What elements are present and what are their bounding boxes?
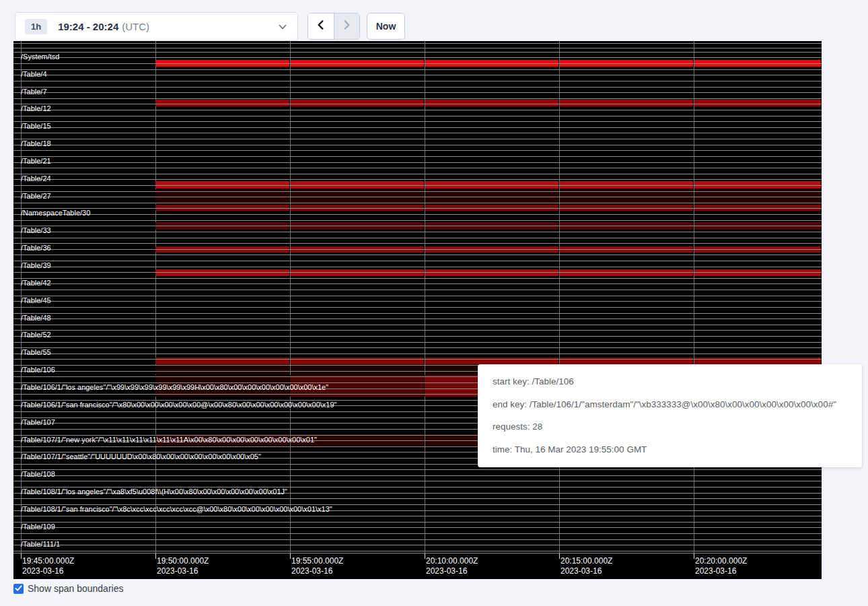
heat-band (560, 100, 693, 106)
axis-tick (21, 553, 22, 559)
span-boundary-line (13, 545, 822, 545)
prev-time-button[interactable] (308, 13, 334, 39)
span-boundary-line (13, 168, 822, 168)
span-boundary-line (13, 203, 822, 203)
span-boundary-line (13, 48, 822, 48)
span-boundary-line (13, 81, 822, 81)
span-boundary-line (13, 522, 822, 523)
span-boundary-line (13, 342, 822, 343)
span-boundary-line (13, 318, 822, 319)
span-boundary-line (13, 330, 822, 331)
heat-band (425, 100, 558, 106)
axis-label: 20:10:00.000Z2023-03-16 (426, 556, 478, 576)
span-boundary-line (13, 243, 822, 244)
row-label: /Table/106 (21, 366, 55, 374)
axis-label: 20:20:00.000Z2023-03-16 (695, 556, 747, 576)
span-boundary-line (13, 127, 822, 128)
span-boundary-line (13, 214, 822, 215)
column-gridline (290, 41, 291, 553)
axis-date: 2023-03-16 (560, 566, 612, 576)
span-boundary-line (13, 133, 822, 133)
heat-band (694, 100, 821, 106)
span-boundary-line (13, 539, 822, 540)
span-boundary-line (13, 104, 822, 104)
time-nav-button-group (308, 13, 360, 40)
next-time-button[interactable] (334, 13, 360, 39)
row-label: /Table/55 (21, 348, 51, 356)
time-range-duration-badge: 1h (25, 19, 47, 34)
span-boundary-line (13, 185, 822, 186)
span-boundary-line (13, 92, 822, 93)
span-boundary-line (13, 87, 822, 88)
chevron-down-icon (277, 22, 288, 32)
span-boundary-line (13, 156, 822, 157)
column-gridline (425, 41, 425, 553)
axis-date: 2023-03-16 (695, 566, 747, 576)
span-boundary-line (13, 98, 822, 99)
span-boundary-line (13, 116, 822, 116)
row-label: /Table/108 (21, 470, 55, 478)
show-span-boundaries-checkbox[interactable] (13, 584, 24, 594)
span-boundary-line (13, 208, 822, 209)
row-label: /Table/12 (21, 104, 51, 112)
span-boundary-line (13, 527, 822, 528)
span-boundary-line (13, 261, 822, 261)
span-boundary-line (13, 162, 822, 163)
span-boundary-line (13, 179, 822, 180)
axis-label: 19:50:00.000Z2023-03-16 (157, 556, 209, 576)
row-label: /Table/107/1/"new york"/"\x11\x11\x11\x1… (21, 436, 317, 444)
span-boundary-line (13, 296, 822, 296)
span-boundary-line (13, 516, 822, 516)
chevron-right-icon (340, 19, 353, 34)
span-boundary-line (13, 475, 822, 476)
row-label: /Table/48 (21, 314, 51, 322)
axis-label: 19:55:00.000Z2023-03-16 (291, 556, 343, 576)
span-boundary-line (13, 533, 822, 534)
span-boundary-line (13, 150, 822, 151)
row-label: /Table/36 (21, 244, 51, 252)
span-boundary-line (13, 43, 822, 44)
span-boundary-line (13, 226, 822, 226)
key-visualizer-canvas[interactable]: /System/tsd/Table/4/Table/7/Table/12/Tab… (13, 41, 822, 579)
span-boundary-line (13, 220, 822, 221)
row-label: /Table/39 (21, 261, 51, 269)
span-boundary-line (13, 354, 822, 354)
row-label: /Table/107/1/"seattle"/"UUUUUUD\x00\x80\… (21, 452, 261, 461)
span-boundary-line (13, 313, 822, 314)
show-span-boundaries-label: Show span boundaries (28, 583, 123, 594)
span-boundary-line (13, 52, 822, 53)
column-gridline (155, 41, 156, 553)
row-label: /Table/21 (21, 157, 51, 165)
axis-label: 19:45:00.000Z2023-03-16 (22, 556, 74, 576)
row-label: /Table/108/1/"los angeles"/"\xa8\xf5\u00… (21, 487, 287, 496)
span-boundary-line (13, 347, 822, 348)
key-visualizer-page: { "toolbar": { "range_badge": "1h", "ran… (0, 0, 868, 606)
row-label: /Table/106/1/"los angeles"/"\x99\x99\x99… (21, 383, 328, 391)
span-boundary-line (13, 139, 822, 139)
footer: Show span boundaries (13, 583, 123, 594)
axis-label: 20:15:00.000Z2023-03-16 (560, 556, 612, 576)
span-boundary-line (13, 301, 822, 302)
toolbar: 1h 19:24 - 20:24 (UTC) Now (0, 0, 868, 41)
axis-date: 2023-03-16 (291, 566, 343, 576)
row-label: /Table/42 (21, 279, 51, 287)
row-label: /Table/109 (21, 523, 55, 531)
row-label: /Table/4 (21, 70, 47, 78)
span-boundary-line (13, 336, 822, 337)
span-boundary-line (13, 174, 822, 174)
row-label: /Table/27 (21, 192, 51, 200)
span-boundary-line (13, 232, 822, 232)
axis-date: 2023-03-16 (157, 566, 209, 576)
row-label: /Table/111/1 (21, 540, 60, 548)
span-boundary-line (13, 272, 822, 273)
heat-band (155, 100, 289, 106)
row-label: /System/tsd (21, 53, 59, 61)
row-label: /Table/52 (21, 331, 51, 339)
span-boundary-line (13, 238, 822, 238)
tooltip-requests: requests: 28 (493, 415, 847, 438)
row-label: /Table/106/1/"san francisco"/"\x80\x00\x… (21, 401, 337, 409)
span-boundary-line (13, 197, 822, 197)
row-label: /Table/108/1/"san francisco"/"\x8c\xcc\x… (21, 505, 332, 513)
now-button[interactable]: Now (367, 13, 405, 40)
time-range-selector[interactable]: 1h 19:24 - 20:24 (UTC) (15, 12, 298, 41)
